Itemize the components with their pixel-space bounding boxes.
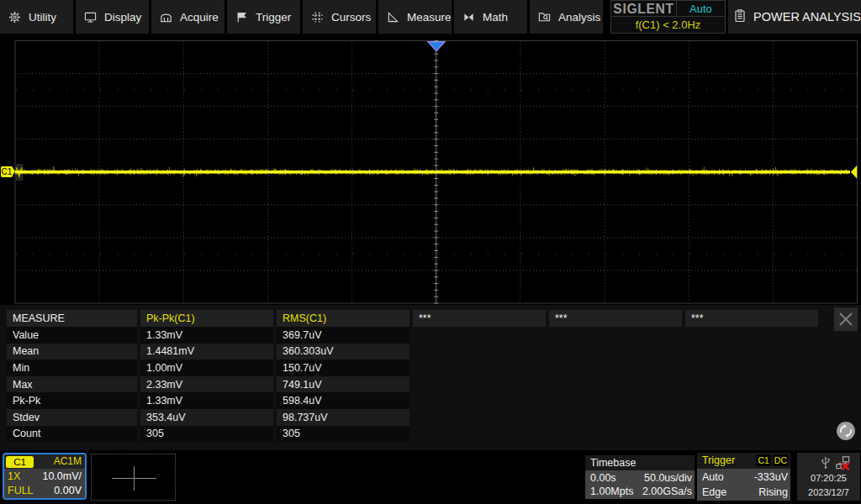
acquisition-status[interactable]: Auto xyxy=(677,1,725,17)
channel-1-header: C1 AC1M xyxy=(4,454,85,469)
trigger-type: Edge xyxy=(702,486,726,498)
measure-icon xyxy=(387,11,399,24)
row-value: 150.7uV xyxy=(277,360,409,376)
measure-row-value: Value 1.33mV 369.7uV xyxy=(7,327,409,344)
math-icon xyxy=(462,11,475,24)
row-value: 1.33mV xyxy=(140,327,273,344)
measure-reset-statistics-button[interactable] xyxy=(836,421,856,441)
menu-math[interactable]: Math xyxy=(454,0,527,34)
channel-1-bandwidth: FULL xyxy=(8,485,34,496)
measure-col-empty-1[interactable]: *** xyxy=(413,310,546,327)
measure-row-pkpk: Pk-Pk 1.33mV 598.4uV xyxy=(7,392,409,409)
row-value: 360.303uV xyxy=(277,344,409,360)
gear-icon xyxy=(8,11,21,24)
menu-acquire-label: Acquire xyxy=(180,11,219,24)
row-value: 369.7uV xyxy=(277,327,409,344)
trigger-title: Trigger xyxy=(702,454,735,466)
channel-1-name-chip: C1 xyxy=(6,456,34,468)
row-value: 749.1uV xyxy=(277,376,409,393)
measure-row-count: Count 305 305 xyxy=(7,426,409,443)
row-label: Mean xyxy=(7,344,137,360)
timebase-scale: 50.0us/div xyxy=(644,472,692,484)
menu-acquire[interactable]: Acquire xyxy=(151,0,224,34)
row-value: 305 xyxy=(277,426,409,443)
channel-position-tag[interactable]: C1 xyxy=(1,166,13,177)
cursors-icon xyxy=(311,11,324,24)
frequency-counter: f(C1) < 2.0Hz xyxy=(611,17,725,33)
menu-math-label: Math xyxy=(483,11,508,24)
measure-col-empty-3[interactable]: *** xyxy=(685,310,818,327)
channel-1-scale: 10.0mV/ xyxy=(42,470,82,482)
row-label: Max xyxy=(7,376,137,393)
menu-measure-label: Measure xyxy=(407,11,452,24)
row-label: Stdev xyxy=(7,409,137,426)
trigger-coupling-chip: DC xyxy=(773,454,789,466)
menu-trigger-label: Trigger xyxy=(256,11,291,24)
measure-row-stdev: Stdev 353.4uV 98.737uV xyxy=(7,409,409,426)
measure-row-mean: Mean 1.4481mV 360.303uV xyxy=(7,344,409,360)
menu-analysis[interactable]: Analysis xyxy=(530,0,603,34)
clock-time: 07:20:25 xyxy=(797,473,860,483)
menu-trigger[interactable]: Trigger xyxy=(227,0,300,34)
add-channel-slot[interactable] xyxy=(91,454,176,501)
row-label: Pk-Pk xyxy=(7,392,137,409)
channel-1-coupling: AC1M xyxy=(54,455,82,468)
row-value: 598.4uV xyxy=(277,392,409,409)
bottom-status-bar: C1 AC1M 1X 10.0mV/ FULL 0.00V Timebase 0… xyxy=(0,452,861,504)
analysis-icon xyxy=(538,11,551,24)
menu-cursors[interactable]: Cursors xyxy=(303,0,376,34)
logo-status-panel: SIGLENT Auto f(C1) < 2.0Hz xyxy=(610,0,726,34)
timebase-memory: 1.00Mpts xyxy=(590,486,633,497)
row-value: 305 xyxy=(140,426,273,443)
menu-display-label: Display xyxy=(104,11,141,24)
measure-col-pkpk[interactable]: Pk-Pk(C1) xyxy=(140,310,273,327)
channel-1-descriptor[interactable]: C1 AC1M 1X 10.0mV/ FULL 0.00V xyxy=(3,453,87,500)
menu-power-analysis[interactable]: POWER ANALYSIS xyxy=(728,0,861,34)
trigger-source-chip: C1 xyxy=(756,454,770,466)
row-value: 98.737uV xyxy=(277,409,409,426)
menu-analysis-label: Analysis xyxy=(558,11,600,24)
menu-utility-label: Utility xyxy=(29,11,56,24)
row-label: Min xyxy=(7,360,137,376)
trigger-level-marker xyxy=(851,165,857,179)
usb-icon[interactable] xyxy=(821,456,831,473)
trigger-header: Trigger C1 DC xyxy=(697,453,790,469)
row-value: 2.33mV xyxy=(140,376,273,393)
measure-col-rms[interactable]: RMS(C1) xyxy=(277,310,409,327)
trigger-slope: Rising xyxy=(758,486,788,498)
trigger-position-marker xyxy=(428,42,445,51)
clock-date: 2023/12/7 xyxy=(797,487,860,497)
measure-row-min: Min 1.00mV 150.7uV xyxy=(7,360,409,376)
refresh-icon xyxy=(836,421,856,441)
trigger-descriptor[interactable]: Trigger C1 DC Auto-333uV EdgeRising xyxy=(697,453,790,501)
channel-1-offset: 0.00V xyxy=(54,485,82,496)
measure-close-button[interactable] xyxy=(834,307,858,331)
trigger-level: -333uV xyxy=(754,471,788,483)
trigger-flag-icon xyxy=(235,11,248,24)
measure-title: MEASURE xyxy=(7,310,137,327)
row-value: 1.33mV xyxy=(140,392,273,409)
display-icon xyxy=(84,11,97,24)
close-icon xyxy=(837,311,854,328)
channel-1-probe: 1X xyxy=(8,470,20,482)
row-value: 1.00mV xyxy=(140,360,273,376)
timebase-delay: 0.00s xyxy=(590,472,616,484)
row-label: Count xyxy=(7,426,137,443)
timebase-descriptor[interactable]: Timebase 0.00s50.0us/div 1.00Mpts2.00GSa… xyxy=(585,455,695,499)
top-menu-bar: Utility Display Acquire Trigger Cursors … xyxy=(0,0,861,34)
measure-col-empty-2[interactable]: *** xyxy=(549,310,682,327)
menu-utility[interactable]: Utility xyxy=(0,0,73,34)
menu-display[interactable]: Display xyxy=(76,0,149,34)
system-info-panel: 07:20:25 2023/12/7 xyxy=(797,453,860,501)
menu-measure[interactable]: Measure xyxy=(378,0,452,34)
timebase-samplerate: 2.00GSa/s xyxy=(642,486,692,497)
lan-icon[interactable] xyxy=(836,456,850,474)
timebase-title: Timebase xyxy=(585,455,695,470)
siglent-logo: SIGLENT xyxy=(611,1,677,17)
clipboard-icon xyxy=(734,9,746,25)
row-label: Value xyxy=(7,327,137,344)
measure-header-row: MEASURE Pk-Pk(C1) RMS(C1) *** *** *** xyxy=(7,310,818,327)
row-value: 353.4uV xyxy=(140,409,273,426)
measure-panel: MEASURE Pk-Pk(C1) RMS(C1) *** *** *** Va… xyxy=(0,305,861,450)
channel-position-tag-tip xyxy=(12,166,15,176)
